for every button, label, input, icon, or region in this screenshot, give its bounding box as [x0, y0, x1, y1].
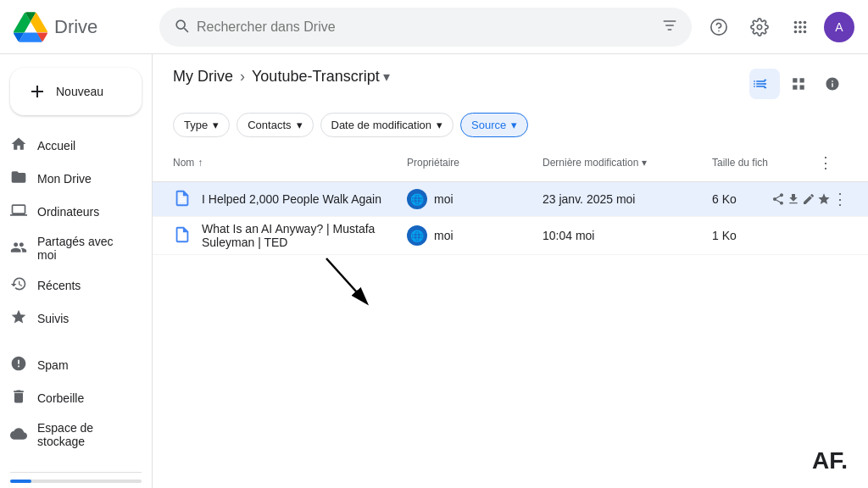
svg-point-1	[719, 30, 720, 31]
file-name-2: What Is an AI Anyway? | Mustafa Suleyman…	[202, 222, 407, 249]
sidebar-label-corbeille: Corbeille	[37, 391, 84, 405]
topbar: Drive	[0, 0, 868, 54]
view-grid-button[interactable]	[783, 69, 814, 99]
settings-button[interactable]	[743, 10, 776, 44]
sidebar: Nouveau Accueil Mon Drive Ordinateurs Pa…	[0, 54, 153, 488]
table-row[interactable]: I Helped 2,000 People Walk Again 🌐 moi 2…	[153, 182, 868, 217]
sidebar-label-ordinateurs: Ordinateurs	[37, 205, 99, 219]
row-more-button-1[interactable]: ⋮	[832, 187, 848, 211]
view-list-button[interactable]	[749, 69, 780, 99]
sidebar-item-spam[interactable]: Spam	[0, 348, 142, 381]
user-avatar[interactable]: A	[824, 12, 854, 42]
share-action-button-1[interactable]	[771, 187, 785, 211]
table-row[interactable]: What Is an AI Anyway? | Mustafa Suleyman…	[153, 217, 868, 255]
sidebar-label-recents: Récents	[37, 279, 81, 292]
sidebar-item-ordinateurs[interactable]: Ordinateurs	[0, 195, 142, 228]
starred-icon	[10, 308, 27, 328]
help-button[interactable]	[702, 10, 736, 44]
row-more-button-2[interactable]: ⋮	[824, 224, 848, 247]
svg-point-8	[794, 30, 798, 33]
actions-cell-1: ⋮	[814, 187, 848, 211]
sidebar-label-mon-drive: Mon Drive	[37, 172, 92, 186]
filter-date-button[interactable]: Date de modification ▾	[320, 113, 454, 137]
apps-button[interactable]	[783, 10, 817, 44]
main-content: My Drive › Youtube-Transcript ▾	[153, 54, 868, 488]
filter-date-chevron-icon: ▾	[437, 119, 442, 131]
watermark: AF.	[812, 447, 848, 474]
shared-icon	[10, 239, 27, 258]
storage-section: 241,6 Mo utilisés sur 15 Go Augmenter l'…	[0, 455, 152, 488]
column-more-button[interactable]: ⋮	[814, 151, 837, 175]
view-toggle-area	[749, 69, 848, 99]
sidebar-item-corbeille[interactable]: Corbeille	[0, 381, 142, 414]
col-header-date[interactable]: Dernière modification ▾	[542, 157, 712, 169]
svg-point-7	[804, 25, 807, 29]
owner-cell-1: 🌐 moi	[407, 189, 542, 209]
breadcrumb: My Drive › Youtube-Transcript ▾	[173, 68, 390, 86]
filter-toolbar: Type ▾ Contacts ▾ Date de modification ▾…	[173, 113, 848, 137]
trash-icon	[10, 388, 27, 408]
filter-type-button[interactable]: Type ▾	[173, 113, 230, 137]
filter-type-chevron-icon: ▾	[213, 119, 219, 131]
new-button-label: Nouveau	[56, 85, 103, 98]
main-layout: Nouveau Accueil Mon Drive Ordinateurs Pa…	[0, 54, 868, 488]
storage-icon	[10, 425, 27, 445]
download-action-button-1[interactable]	[787, 187, 800, 211]
sidebar-label-stockage: Espace de stockage	[37, 421, 131, 448]
sidebar-label-accueil: Accueil	[37, 139, 75, 152]
sidebar-label-suivis: Suivis	[37, 312, 69, 325]
info-button[interactable]	[817, 69, 848, 99]
owner-cell-2: 🌐 moi	[407, 225, 542, 246]
app-name: Drive	[54, 16, 97, 38]
sidebar-item-suivis[interactable]: Suivis	[0, 302, 142, 335]
sidebar-item-stockage[interactable]: Espace de stockage	[0, 414, 142, 455]
svg-point-10	[804, 30, 807, 33]
sort-arrow-date: ▾	[642, 157, 647, 169]
file-name-cell-2: What Is an AI Anyway? | Mustafa Suleyman…	[173, 222, 407, 249]
size-cell-2: 1 Ko	[712, 229, 814, 242]
sidebar-label-spam: Spam	[37, 358, 69, 372]
file-table: Nom ↑ Propriétaire Dernière modification…	[153, 144, 868, 488]
main-header: My Drive › Youtube-Transcript ▾	[153, 54, 868, 144]
breadcrumb-current[interactable]: Youtube-Transcript ▾	[252, 68, 390, 86]
svg-point-2	[794, 20, 798, 24]
table-header: Nom ↑ Propriétaire Dernière modification…	[153, 144, 868, 182]
date-cell-2: 10:04 moi	[542, 229, 712, 242]
filter-contacts-chevron-icon: ▾	[297, 119, 303, 131]
svg-point-3	[798, 20, 802, 24]
search-icon	[173, 17, 190, 36]
storage-bar	[10, 480, 142, 483]
sort-arrow-nom: ↑	[198, 157, 203, 169]
sidebar-item-recents[interactable]: Récents	[0, 269, 142, 302]
col-header-proprietaire: Propriétaire	[407, 157, 542, 169]
svg-point-9	[798, 30, 802, 33]
file-name-1: I Helped 2,000 People Walk Again	[202, 192, 381, 206]
owner-avatar-2: 🌐	[407, 225, 427, 246]
rename-action-button-1[interactable]	[802, 187, 815, 211]
svg-point-4	[804, 20, 807, 24]
filter-source-chevron-icon: ▾	[511, 119, 517, 131]
doc-icon-1	[173, 189, 192, 210]
topbar-actions: A	[702, 10, 854, 44]
filter-sliders-icon[interactable]	[661, 17, 678, 36]
search-bar[interactable]	[159, 8, 692, 47]
col-header-taille: Taille du fich	[712, 157, 814, 169]
breadcrumb-root[interactable]: My Drive	[173, 68, 233, 86]
sidebar-item-partages[interactable]: Partagés avec moi	[0, 228, 142, 269]
col-header-nom[interactable]: Nom ↑	[173, 157, 407, 169]
owner-avatar-1: 🌐	[407, 189, 427, 209]
filter-contacts-button[interactable]: Contacts ▾	[236, 113, 313, 137]
logo-area: Drive	[14, 10, 149, 44]
svg-point-0	[711, 19, 726, 34]
sidebar-item-accueil[interactable]: Accueil	[0, 129, 142, 162]
storage-divider	[10, 472, 142, 473]
filter-source-label: Source	[471, 119, 506, 131]
filter-source-button[interactable]: Source ▾	[460, 113, 528, 137]
spam-icon	[10, 355, 27, 374]
svg-rect-11	[764, 79, 766, 80]
sidebar-item-mon-drive[interactable]: Mon Drive	[0, 162, 142, 195]
svg-rect-13	[764, 86, 766, 88]
star-action-button-1[interactable]	[817, 187, 831, 211]
search-input[interactable]	[197, 19, 654, 35]
new-button[interactable]: Nouveau	[10, 68, 142, 115]
